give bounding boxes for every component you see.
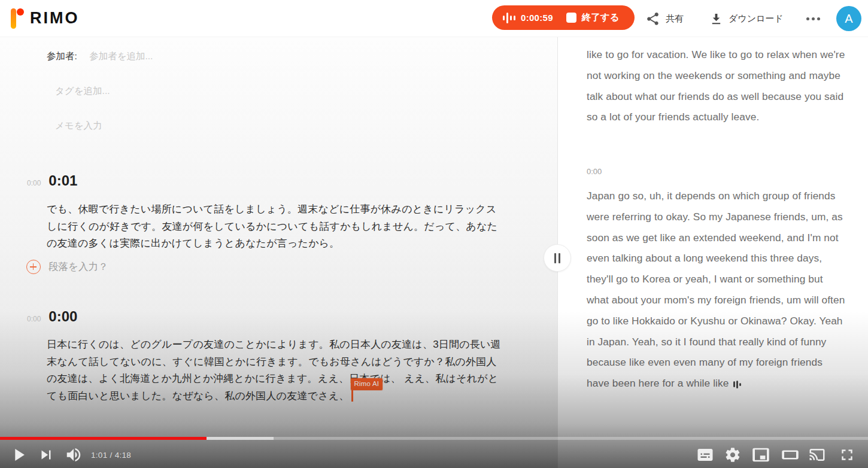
avatar-letter: A <box>845 12 852 26</box>
time-display: 1:01 / 4:18 <box>91 451 131 460</box>
play-button[interactable] <box>8 445 29 465</box>
settings-button[interactable] <box>724 446 741 463</box>
participants-row: 参加者: 参加者を追加... <box>47 50 153 63</box>
ai-cursor-flag: Rimo AI <box>351 378 383 391</box>
add-participant-input[interactable]: 参加者を追加... <box>89 51 153 61</box>
volume-button[interactable] <box>65 446 83 464</box>
download-button[interactable]: ダウンロード <box>709 0 784 37</box>
rimo-logo-text: RIMO <box>30 9 80 28</box>
seek-bar-played <box>0 437 207 440</box>
participants-label: 参加者: <box>47 51 77 61</box>
timestamp-1[interactable]: 0:01 <box>48 172 77 189</box>
gear-icon <box>724 446 741 463</box>
download-icon <box>709 12 723 26</box>
waveform-icon <box>503 13 515 23</box>
miniplayer-icon <box>752 446 770 464</box>
subtitles-icon <box>696 446 714 464</box>
jp-paragraph-2-text: 日本に行くのは、どのグループの友達のことかによります。私の日本人の友達は、3日間… <box>47 339 501 402</box>
timestamp-mini-2: 0:00 <box>27 315 41 323</box>
audio-playing-icon <box>733 381 741 388</box>
end-recording-label: 終了する <box>582 11 620 24</box>
stop-icon <box>566 13 576 23</box>
cast-button[interactable] <box>808 446 826 464</box>
en-paragraph-2-text: Japan go so, uh, it depends on which gro… <box>587 190 845 389</box>
play-icon <box>8 445 29 465</box>
memo-input[interactable]: メモを入力 <box>55 120 102 130</box>
timestamp-heading-2: 0:00 0:00 <box>27 308 77 325</box>
add-tag-input[interactable]: タグを追加... <box>55 86 110 96</box>
jp-paragraph-1[interactable]: でも、休暇で行きたい場所について話をしましょう。週末などに仕事が休みのときにリラ… <box>47 201 502 253</box>
ai-collab-cursor: Rimo AI <box>351 389 353 402</box>
share-icon <box>645 11 660 26</box>
subtitles-button[interactable] <box>696 446 714 464</box>
memo-row: メモを入力 <box>55 120 102 132</box>
miniplayer-button[interactable] <box>752 446 770 464</box>
jp-paragraph-2[interactable]: 日本に行くのは、どのグループの友達のことかによります。私の日本人の友達は、3日間… <box>47 336 502 405</box>
en-timestamp[interactable]: 0:00 <box>587 167 602 176</box>
timestamp-2[interactable]: 0:00 <box>48 308 77 325</box>
cast-icon <box>808 446 826 464</box>
next-icon <box>37 446 55 464</box>
fullscreen-icon <box>838 446 856 464</box>
more-icon <box>806 17 820 20</box>
add-paragraph-button[interactable]: 段落を入力？ <box>26 260 108 274</box>
share-label: 共有 <box>666 13 684 25</box>
theater-icon <box>781 446 799 464</box>
download-label: ダウンロード <box>729 13 784 25</box>
volume-icon <box>65 446 83 464</box>
timestamp-mini-1: 0:00 <box>27 179 41 187</box>
rimo-logo-icon <box>10 7 25 30</box>
player-controls: 1:01 / 4:18 <box>0 442 868 468</box>
share-button[interactable]: 共有 <box>645 0 684 37</box>
avatar[interactable]: A <box>836 6 861 31</box>
recording-end-button[interactable]: 0:00:59 終了する <box>492 5 635 30</box>
tags-row: タグを追加... <box>55 85 110 98</box>
en-paragraph-2[interactable]: Japan go so, uh, it depends on which gro… <box>587 186 845 394</box>
seek-bar[interactable] <box>0 437 868 440</box>
recording-timer: 0:00:59 <box>521 13 553 23</box>
next-button[interactable] <box>37 446 55 464</box>
video-frame: RIMO 0:00:59 終了する 共有 ダウンロード A 参加者: 参加者を追… <box>0 0 868 468</box>
add-paragraph-label: 段落を入力？ <box>48 260 108 273</box>
theater-button[interactable] <box>781 446 799 464</box>
timestamp-heading-1: 0:00 0:01 <box>27 172 77 189</box>
en-paragraph-1[interactable]: like to go for vacation. We like to go t… <box>587 44 845 127</box>
plus-circle-icon <box>26 260 41 274</box>
more-menu-button[interactable] <box>806 0 820 37</box>
fullscreen-button[interactable] <box>838 446 856 464</box>
panel-resize-handle[interactable] <box>544 244 571 272</box>
rimo-logo[interactable]: RIMO <box>10 7 80 30</box>
resize-grip-icon <box>554 253 556 263</box>
